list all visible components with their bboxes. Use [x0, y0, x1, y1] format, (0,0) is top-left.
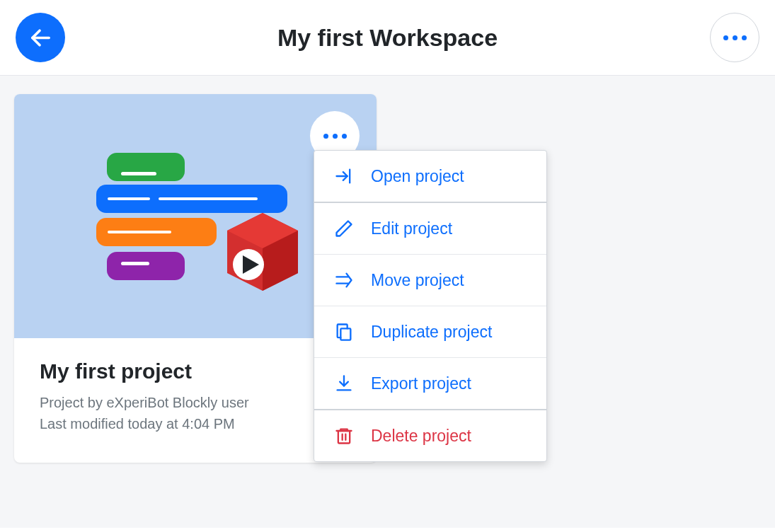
- menu-label: Edit project: [371, 219, 452, 238]
- download-icon: [334, 374, 354, 393]
- menu-label: Export project: [371, 374, 471, 393]
- svg-rect-9: [338, 431, 350, 444]
- move-icon: [334, 270, 354, 290]
- more-horizontal-icon: [723, 35, 747, 40]
- pencil-icon: [334, 219, 354, 238]
- menu-item-duplicate[interactable]: Duplicate project: [314, 306, 546, 358]
- more-horizontal-icon: [323, 134, 347, 139]
- menu-item-export[interactable]: Export project: [314, 358, 546, 410]
- menu-label: Delete project: [371, 427, 471, 446]
- menu-label: Duplicate project: [371, 323, 492, 342]
- project-name: My first project: [40, 359, 351, 383]
- enter-icon: [334, 166, 354, 186]
- blocks-illustration: [96, 153, 294, 280]
- trash-icon: [334, 426, 354, 446]
- project-context-menu: Open project Edit project Move project D…: [314, 150, 547, 462]
- project-modified: Last modified today at 4:04 PM: [40, 413, 351, 434]
- project-author: Project by eXperiBot Blockly user: [40, 392, 351, 413]
- cube-icon: [220, 209, 305, 294]
- arrow-left-icon: [28, 25, 53, 50]
- menu-label: Move project: [371, 271, 464, 290]
- menu-item-edit[interactable]: Edit project: [314, 203, 546, 255]
- content-area: My first project Project by eXperiBot Bl…: [0, 76, 775, 528]
- back-button[interactable]: [16, 13, 65, 62]
- workspace-title: My first Workspace: [277, 24, 498, 52]
- menu-label: Open project: [371, 167, 464, 186]
- menu-item-open[interactable]: Open project: [314, 151, 546, 203]
- menu-item-delete[interactable]: Delete project: [314, 410, 546, 461]
- header: My first Workspace: [0, 0, 775, 76]
- workspace-more-button[interactable]: [710, 13, 759, 62]
- copy-icon: [334, 322, 354, 342]
- menu-item-move[interactable]: Move project: [314, 255, 546, 306]
- svg-rect-8: [340, 328, 350, 340]
